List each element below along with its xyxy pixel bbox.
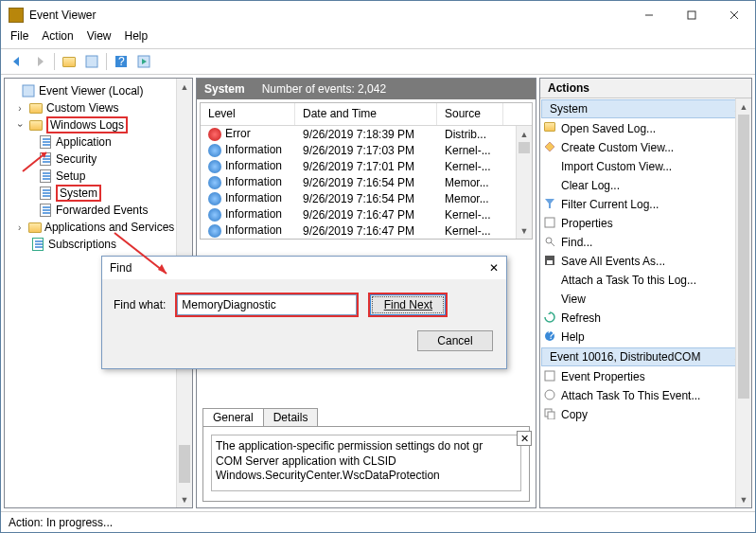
action-clear-log[interactable]: Clear Log... (540, 176, 751, 195)
tree-forwarded[interactable]: Forwarded Events (7, 202, 190, 219)
minimize-button[interactable] (627, 2, 670, 28)
tree-setup[interactable]: Setup (7, 168, 190, 185)
help-icon[interactable]: ? (111, 51, 132, 72)
action-attach-task[interactable]: Attach a Task To this Log... (540, 271, 751, 290)
col-level[interactable]: Level (201, 103, 295, 125)
action-create-custom-view[interactable]: Create Custom View... (540, 138, 751, 157)
actions-header: Actions (540, 79, 751, 98)
tree-root[interactable]: Event Viewer (Local) (7, 82, 190, 99)
grid-scrollbar[interactable] (516, 126, 532, 239)
action-open-saved-log[interactable]: Open Saved Log... (540, 119, 751, 138)
find-title: Find (110, 261, 489, 275)
action-find[interactable]: Find... (540, 233, 751, 252)
section-system[interactable]: System (541, 99, 750, 118)
folder-up-icon[interactable] (59, 51, 79, 72)
table-row[interactable]: Information9/26/2019 7:17:03 PMKernel-..… (201, 142, 532, 158)
maximize-button[interactable] (670, 2, 712, 28)
svg-rect-4 (86, 56, 97, 67)
tree-security[interactable]: Security (7, 151, 190, 168)
svg-rect-1 (688, 11, 695, 19)
find-next-button[interactable]: Find Next (370, 294, 446, 315)
menu-help[interactable]: Help (125, 29, 149, 48)
svg-point-17 (545, 390, 554, 400)
table-row[interactable]: Error9/26/2019 7:18:39 PMDistrib... (201, 126, 532, 142)
view-icon[interactable] (81, 51, 102, 72)
menu-view[interactable]: View (87, 29, 112, 48)
find-dialog: Find ✕ Find what: Find Next Cancel (101, 256, 507, 369)
action-event-properties[interactable]: Event Properties (540, 367, 751, 386)
menu-action[interactable]: Action (42, 29, 73, 48)
find-close-button[interactable]: ✕ (489, 261, 499, 275)
window-title: Event Viewer (29, 9, 627, 22)
svg-rect-19 (548, 412, 554, 419)
menu-file[interactable]: File (10, 29, 28, 48)
svg-rect-9 (545, 218, 554, 227)
action-event-attach-task[interactable]: Attach Task To This Event... (540, 386, 751, 405)
svg-text:?: ? (118, 55, 125, 68)
grid-body: Error9/26/2019 7:18:39 PMDistrib...Infor… (201, 126, 532, 239)
detail-tabs: General Details The application-specific… (197, 402, 536, 507)
titlebar: Event Viewer (1, 1, 755, 29)
table-row[interactable]: Information9/26/2019 7:16:47 PMKernel-..… (201, 222, 532, 239)
preview-close-button[interactable]: ✕ (517, 431, 532, 446)
tab-general[interactable]: General (202, 408, 264, 426)
tree-root-label: Event Viewer (Local) (39, 84, 144, 98)
svg-rect-8 (23, 85, 34, 97)
back-button[interactable] (7, 51, 27, 72)
app-icon (9, 8, 24, 23)
tree-custom-views[interactable]: ›Custom Views (7, 99, 190, 116)
action-help[interactable]: ?Help (540, 328, 751, 346)
table-row[interactable]: Information9/26/2019 7:16:54 PMMemor... (201, 190, 532, 206)
col-source[interactable]: Source (437, 103, 503, 125)
actions-pane: Actions System Open Saved Log... Create … (539, 78, 752, 508)
tree-application[interactable]: Application (7, 133, 190, 151)
status-text: Action: In progress... (9, 516, 113, 529)
menubar: File Action View Help (1, 29, 755, 48)
tab-details[interactable]: Details (263, 408, 319, 426)
tree-app-services[interactable]: ›Applications and Services Lo (7, 219, 190, 236)
tree-windows-logs[interactable]: ›Windows Logs (7, 116, 190, 133)
tree-windows-logs-label: Windows Logs (46, 116, 128, 133)
action-copy[interactable]: Copy (540, 405, 751, 424)
find-label: Find what: (114, 298, 166, 311)
grid-header: Level Date and Time Source (201, 103, 532, 126)
events-header: System Number of events: 2,042 (197, 79, 536, 99)
toolbar: ? (1, 48, 755, 75)
events-title: System (204, 82, 245, 96)
action-properties[interactable]: Properties (540, 214, 751, 233)
action-save-all[interactable]: Save All Events As... (540, 252, 751, 271)
table-row[interactable]: Information9/26/2019 7:17:01 PMKernel-..… (201, 158, 532, 174)
svg-line-11 (551, 242, 554, 246)
section-event[interactable]: Event 10016, DistributedCOM (541, 347, 750, 366)
action-filter-log[interactable]: Filter Current Log... (540, 195, 751, 214)
actions-scrollbar[interactable] (735, 98, 751, 507)
tree-system-label: System (56, 185, 101, 202)
table-row[interactable]: Information9/26/2019 7:16:47 PMKernel-..… (201, 206, 532, 222)
action-view[interactable]: View (540, 290, 751, 309)
events-count: Number of events: 2,042 (262, 82, 386, 96)
table-row[interactable]: Information9/26/2019 7:16:54 PMMemor... (201, 174, 532, 190)
tree-system[interactable]: System (7, 185, 190, 202)
action-refresh[interactable]: Refresh (540, 309, 751, 328)
find-input[interactable] (177, 294, 357, 315)
svg-text:?: ? (548, 330, 554, 342)
statusbar: Action: In progress... (1, 511, 755, 532)
col-datetime[interactable]: Date and Time (295, 103, 437, 125)
play-icon[interactable] (133, 51, 154, 72)
svg-rect-13 (547, 260, 553, 264)
detail-text: The application-specific permission sett… (211, 435, 521, 491)
close-button[interactable] (712, 2, 755, 28)
tree-subscriptions[interactable]: Subscriptions (7, 236, 190, 253)
action-import-custom-view[interactable]: Import Custom View... (540, 157, 751, 176)
svg-rect-16 (545, 371, 554, 381)
find-cancel-button[interactable]: Cancel (417, 330, 493, 351)
forward-button[interactable] (29, 51, 50, 72)
